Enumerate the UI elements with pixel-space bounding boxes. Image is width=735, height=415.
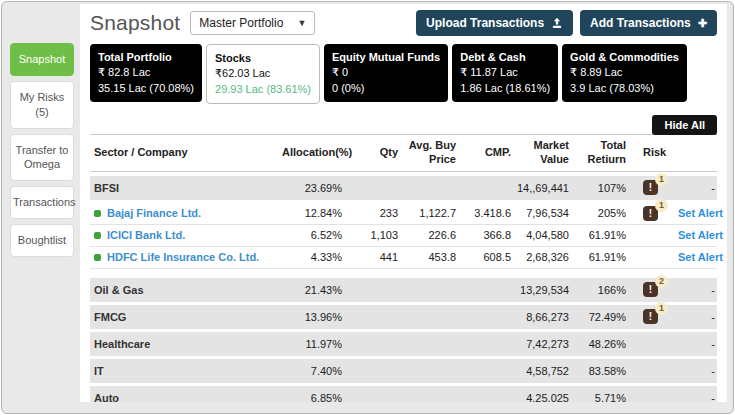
summary-card-gold-commodities[interactable]: Gold & Commodities₹ 8.89 Lac3.9 Lac (78.… <box>562 44 687 102</box>
action-cell: Set Alert <box>678 229 725 241</box>
set-alert-link[interactable]: Set Alert <box>678 229 723 241</box>
company-link-bajaj-finance-ltd[interactable]: Bajaj Finance Ltd. <box>107 207 201 219</box>
row-name-cell: HDFC Life Insurance Co. Ltd. <box>90 251 282 263</box>
card-title: Gold & Commodities <box>570 50 679 65</box>
action-dash: - <box>711 311 715 323</box>
action-cell: - <box>678 392 717 402</box>
company-row-bajaj-finance-ltd: Bajaj Finance Ltd.12.84%2331,122.73.418.… <box>90 203 717 225</box>
card-sub: 1.86 Lac (18.61%) <box>460 81 550 96</box>
row-name-cell: Oil & Gas <box>90 284 282 296</box>
sidebar-item-my-risks-5[interactable]: My Risks (5) <box>10 81 74 129</box>
summary-card-debt-cash[interactable]: Debt & Cash₹ 11.87 Lac1.86 Lac (18.61%) <box>452 44 558 102</box>
summary-card-total-portfolio[interactable]: Total Portfolio₹ 82.8 Lac35.15 Lac (70.0… <box>90 44 202 102</box>
total-return-cell: 5.71% <box>569 392 626 402</box>
allocation-cell: 12.84% <box>282 207 342 219</box>
sidebar-item-transactions[interactable]: Transactions <box>10 186 74 219</box>
market-value-cell: 13,29,534 <box>511 284 569 296</box>
risk-cell: !1 <box>626 206 678 221</box>
market-value-cell: 8,66,273 <box>511 311 569 323</box>
allocation-cell: 23.69% <box>282 182 342 194</box>
sidebar-item-boughtlist[interactable]: Boughtlist <box>10 224 74 257</box>
sidebar-item-snapshot[interactable]: Snapshot <box>10 43 74 76</box>
holding-status-dot-icon <box>94 232 101 239</box>
card-value: ₹ 8.89 Lac <box>570 65 679 80</box>
cmp-cell: 3.418.6 <box>456 207 511 219</box>
market-value-cell: 4,04,580 <box>511 229 569 241</box>
action-dash: - <box>711 284 715 296</box>
allocation-cell: 6.85% <box>282 392 342 402</box>
column-header-risk: Risk <box>626 146 678 160</box>
risk-warning-icon[interactable]: !1 <box>643 309 658 324</box>
card-value: ₹62.03 Lac <box>215 66 311 81</box>
chevron-down-icon: ▼ <box>297 18 306 28</box>
set-alert-link[interactable]: Set Alert <box>678 251 723 263</box>
sector-row-bfsi[interactable]: BFSI23.69%14,,69,441107%!1- <box>90 176 717 200</box>
action-dash: - <box>711 182 715 194</box>
card-sub: 3.9 Lac (78.03%) <box>570 81 679 96</box>
total-return-cell: 61.91% <box>569 251 626 263</box>
allocation-cell: 21.43% <box>282 284 342 296</box>
risk-warning-icon[interactable]: !1 <box>643 206 658 221</box>
company-row-icici-bank-ltd: ICICI Bank Ltd.6.52%1,103226.6366.84,04,… <box>90 225 717 247</box>
allocation-cell: 6.52% <box>282 229 342 241</box>
card-title: Debt & Cash <box>460 50 550 65</box>
upload-transactions-button[interactable]: Upload Transactions <box>416 10 573 36</box>
add-transactions-button[interactable]: Add Transactions ✚ <box>580 10 717 36</box>
total-return-cell: 205% <box>569 207 626 219</box>
risk-warning-icon[interactable]: !2 <box>643 282 658 297</box>
column-header-market-value: Market Value <box>511 139 569 167</box>
market-value-cell: 4,25,025 <box>511 392 569 402</box>
add-transactions-label: Add Transactions <box>590 16 691 30</box>
risk-cell: !2 <box>626 282 678 297</box>
row-name-cell: Auto <box>90 392 282 402</box>
company-link-hdfc-life-insurance-co-ltd[interactable]: HDFC Life Insurance Co. Ltd. <box>107 251 259 263</box>
qty-cell: 1,103 <box>342 229 398 241</box>
risk-warning-icon[interactable]: !1 <box>643 180 658 195</box>
action-cell: - <box>678 365 717 377</box>
card-value: ₹ 11.87 Lac <box>460 65 550 80</box>
market-value-cell: 7,96,534 <box>511 207 569 219</box>
sector-row-it[interactable]: IT7.40%4,58,75283.58%- <box>90 359 717 383</box>
cmp-cell: 608.5 <box>456 251 511 263</box>
sidebar-item-transfer-to-omega[interactable]: Transfer to Omega <box>10 134 74 182</box>
summary-card-equity-mutual-funds[interactable]: Equity Mutual Funds₹ 00 (0%) <box>324 44 448 102</box>
column-header-allocation: Allocation(%) <box>282 146 342 160</box>
action-dash: - <box>711 338 715 350</box>
hide-all-row: Hide All <box>90 115 717 134</box>
sector-row-auto[interactable]: Auto6.85%4,25,0255.71%- <box>90 386 717 402</box>
table-body: BFSI23.69%14,,69,441107%!1-Bajaj Finance… <box>90 172 717 402</box>
portfolio-selector[interactable]: Master Portfolio ▼ <box>190 11 315 35</box>
action-cell: - <box>678 284 717 296</box>
action-dash: - <box>711 365 715 377</box>
allocation-cell: 7.40% <box>282 365 342 377</box>
risk-count-badge: 1 <box>655 173 668 186</box>
avg-buy-price-cell: 226.6 <box>398 229 456 241</box>
card-value: ₹ 0 <box>332 65 440 80</box>
action-cell: Set Alert <box>678 207 725 219</box>
card-title: Equity Mutual Funds <box>332 50 440 65</box>
card-title: Total Portfolio <box>98 50 194 65</box>
sector-row-oil-gas[interactable]: Oil & Gas21.43%13,29,534166%!2- <box>90 278 717 302</box>
company-link-icici-bank-ltd[interactable]: ICICI Bank Ltd. <box>107 229 185 241</box>
upload-transactions-label: Upload Transactions <box>426 16 544 30</box>
market-value-cell: 2,68,326 <box>511 251 569 263</box>
avg-buy-price-cell: 453.8 <box>398 251 456 263</box>
risk-count-badge: 2 <box>655 275 668 288</box>
topbar: Snapshot Master Portfolio ▼ Upload Trans… <box>90 10 717 36</box>
card-title: Stocks <box>215 51 311 66</box>
cmp-cell: 366.8 <box>456 229 511 241</box>
card-sub: 35.15 Lac (70.08%) <box>98 81 194 96</box>
total-return-cell: 83.58% <box>569 365 626 377</box>
risk-cell: !1 <box>626 180 678 195</box>
hide-all-button[interactable]: Hide All <box>652 115 717 135</box>
portfolio-selector-value: Master Portfolio <box>199 16 283 30</box>
market-value-cell: 4,58,752 <box>511 365 569 377</box>
market-value-cell: 7,42,273 <box>511 338 569 350</box>
set-alert-link[interactable]: Set Alert <box>678 207 723 219</box>
sector-row-fmcg[interactable]: FMCG13.96%8,66,27372.49%!1- <box>90 305 717 329</box>
summary-card-stocks[interactable]: Stocks₹62.03 Lac29.93 Lac (83.61%) <box>206 44 320 104</box>
sector-row-healthcare[interactable]: Healthcare11.97%7,42,27348.26%- <box>90 332 717 356</box>
row-name-cell: IT <box>90 365 282 377</box>
allocation-cell: 4.33% <box>282 251 342 263</box>
row-name-cell: BFSI <box>90 182 282 194</box>
